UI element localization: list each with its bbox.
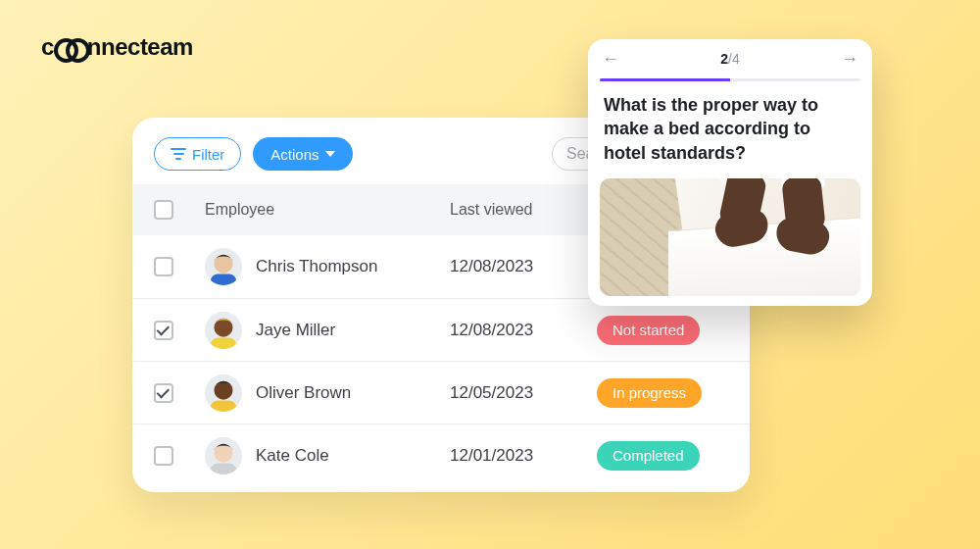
brand-text: nnecteam: [87, 33, 193, 60]
status-badge: In progress: [597, 378, 702, 408]
table-row[interactable]: Kate Cole12/01/2023Completed: [132, 424, 750, 486]
avatar: [205, 437, 242, 474]
select-all-checkbox[interactable]: [154, 200, 173, 220]
avatar: [205, 312, 242, 349]
actions-button[interactable]: Actions: [253, 137, 352, 171]
brand-logo: cnnecteam: [41, 33, 193, 61]
quiz-question: What is the proper way to make a bed acc…: [588, 93, 872, 165]
status-badge: Completed: [597, 441, 700, 471]
svg-rect-6: [211, 337, 237, 348]
filter-label: Filter: [192, 146, 224, 163]
last-viewed-date: 12/05/2023: [450, 383, 597, 403]
table-row[interactable]: Jaye Miller12/08/2023Not started: [132, 298, 750, 361]
avatar: [205, 248, 242, 285]
quiz-image: [600, 178, 860, 296]
quiz-total: 4: [732, 51, 740, 67]
quiz-progress-fill: [600, 78, 730, 81]
table-row[interactable]: Oliver Brown12/05/2023In progress: [132, 361, 750, 424]
col-employee: Employee: [205, 201, 450, 219]
employee-name: Chris Thompson: [256, 257, 377, 276]
quiz-nav: ← 2/4 →: [588, 39, 872, 78]
quiz-progress-bar: [600, 78, 860, 81]
filter-icon: [171, 148, 186, 160]
avatar: [205, 374, 242, 412]
employee-name: Jaye Miller: [256, 321, 335, 340]
svg-rect-14: [211, 463, 237, 474]
quiz-next-button[interactable]: →: [841, 50, 858, 68]
last-viewed-date: 12/08/2023: [450, 321, 597, 340]
row-checkbox[interactable]: [154, 446, 173, 466]
quiz-prev-button[interactable]: ←: [602, 50, 619, 68]
row-checkbox[interactable]: [154, 257, 173, 276]
svg-rect-10: [211, 400, 237, 411]
quiz-progress-text: 2/4: [720, 51, 739, 67]
last-viewed-date: 12/08/2023: [450, 257, 597, 276]
row-checkbox[interactable]: [154, 383, 173, 403]
col-last-viewed: Last viewed: [450, 201, 597, 219]
row-checkbox[interactable]: [154, 321, 173, 340]
employee-name: Oliver Brown: [256, 383, 351, 403]
svg-rect-2: [211, 274, 237, 285]
status-badge: Not started: [597, 316, 700, 345]
quiz-current: 2: [720, 51, 728, 67]
employee-name: Kate Cole: [256, 446, 329, 466]
chevron-down-icon: [325, 151, 335, 157]
quiz-card: ← 2/4 → What is the proper way to make a…: [588, 39, 872, 306]
logo-mark-icon: [54, 38, 87, 56]
last-viewed-date: 12/01/2023: [450, 446, 597, 466]
filter-button[interactable]: Filter: [154, 137, 241, 171]
actions-label: Actions: [270, 146, 318, 163]
